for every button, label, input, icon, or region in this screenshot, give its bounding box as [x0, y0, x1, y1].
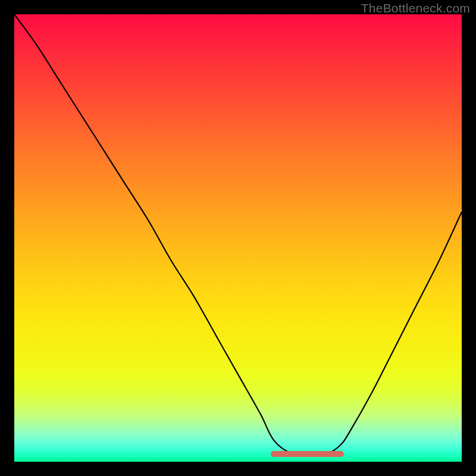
bottleneck-curve [14, 14, 462, 455]
curve-layer [14, 14, 462, 462]
chart-area [14, 14, 462, 462]
watermark-text: TheBottleneck.com [361, 1, 470, 15]
